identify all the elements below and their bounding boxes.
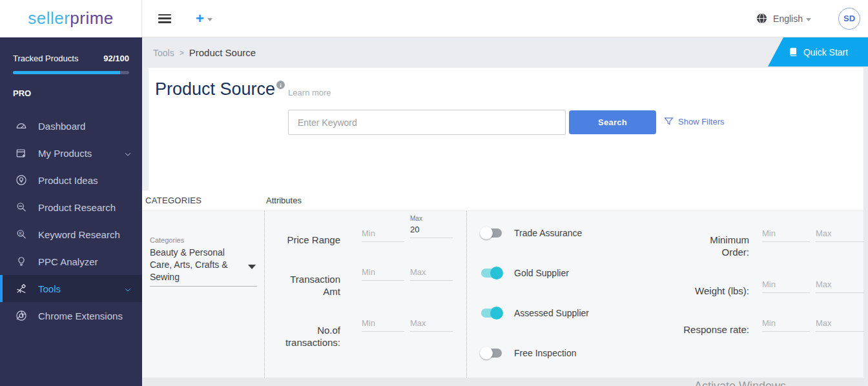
- sidebar: sellerprime Tracked Products 92/100 PRO …: [0, 0, 142, 386]
- logo-text: sellerprime: [28, 8, 114, 28]
- activate-windows-watermark: Activate Windows: [694, 380, 786, 386]
- user-avatar[interactable]: SD: [838, 8, 860, 30]
- language-selector[interactable]: English: [756, 12, 811, 25]
- sidebar-item-label: PPC Analyzer: [38, 256, 98, 267]
- sidebar-item-label: Keyword Research: [38, 229, 120, 240]
- top-header: + English SD: [142, 0, 868, 37]
- attributes-header: Attributes: [266, 196, 302, 205]
- tracked-progress-bar: [13, 71, 129, 74]
- quick-start-button[interactable]: Quick Start: [768, 37, 868, 66]
- gold-supplier-toggle[interactable]: [480, 267, 503, 279]
- package-icon: [14, 146, 28, 160]
- categories-selected-value: Beauty & Personal Care, Arts, Crafts & S…: [150, 247, 248, 283]
- response-rate-max-field: [816, 317, 863, 332]
- sidebar-item-label: Product Research: [38, 202, 116, 213]
- bulb-icon: [14, 254, 28, 269]
- sidebar-item-label: Chrome Extensions: [38, 310, 123, 321]
- minimum-order-max-field: [816, 227, 863, 242]
- price-range-min-input[interactable]: [362, 227, 404, 242]
- breadcrumb-current: Product Source: [189, 47, 256, 58]
- transaction-amt-label: Transaction Amt: [282, 273, 340, 298]
- trade-assurance-toggle[interactable]: [480, 227, 503, 239]
- sidebar-item-label: Dashboard: [38, 121, 85, 132]
- tools-icon: [14, 281, 28, 296]
- show-filters-link[interactable]: Show Filters: [664, 117, 725, 127]
- chevron-down-icon: [124, 149, 132, 157]
- tracked-products-count: 92/100: [103, 54, 129, 63]
- keyword-search-input[interactable]: [288, 110, 566, 135]
- categories-select[interactable]: Beauty & Personal Care, Arts, Crafts & S…: [150, 247, 257, 287]
- scrollbar-track[interactable]: [863, 66, 868, 386]
- search-card: Product Source Learn more Search Show Fi…: [149, 68, 868, 190]
- supplier-toggles-panel: Trade Assurance Gold Supplier Assessed S…: [467, 211, 652, 378]
- categories-panel: Categories Beauty & Personal Care, Arts,…: [142, 211, 265, 378]
- sidebar-item-label: My Products: [38, 148, 92, 159]
- idea-icon: [14, 173, 28, 187]
- assessed-supplier-label: Assessed Supplier: [514, 308, 589, 318]
- plus-icon: +: [196, 12, 204, 26]
- tracked-progress-fill: [13, 71, 120, 74]
- minimum-order-min-input[interactable]: [762, 227, 810, 242]
- dashboard-icon: [14, 119, 28, 133]
- transaction-amt-max-field: [410, 266, 453, 281]
- categories-header: CATEGORIES: [145, 196, 202, 205]
- max-float-label: Max: [410, 215, 453, 222]
- book-icon: [788, 47, 798, 57]
- weight-label: Weight (lbs):: [682, 285, 749, 297]
- sidebar-item-dashboard[interactable]: Dashboard: [0, 112, 142, 139]
- weight-min-input[interactable]: [762, 278, 810, 293]
- show-filters-label: Show Filters: [678, 117, 725, 127]
- minimum-order-max-input[interactable]: [816, 227, 863, 242]
- transaction-amt-min-field: [362, 266, 404, 281]
- caret-down-icon: [806, 18, 811, 21]
- price-range-min-field: [362, 227, 404, 242]
- select-underline: [150, 286, 257, 287]
- no-of-transactions-max-input[interactable]: [410, 317, 453, 332]
- sidebar-item-product-ideas[interactable]: Product Ideas: [0, 167, 142, 194]
- response-rate-max-input[interactable]: [816, 317, 863, 332]
- response-rate-min-input[interactable]: [762, 317, 810, 332]
- price-range-max-field: Max: [410, 215, 453, 238]
- sidebar-item-product-research[interactable]: Product Research: [0, 194, 142, 221]
- plan-badge: PRO: [13, 88, 129, 98]
- response-rate-min-field: [762, 317, 810, 332]
- transaction-amt-max-input[interactable]: [410, 266, 453, 281]
- categories-field-label: Categories: [150, 236, 184, 244]
- svg-text:K: K: [19, 231, 23, 236]
- tracked-products-widget: Tracked Products 92/100 PRO: [0, 37, 142, 98]
- info-icon[interactable]: [276, 81, 285, 89]
- search-button[interactable]: Search: [569, 110, 656, 134]
- weight-max-input[interactable]: [816, 278, 863, 293]
- learn-more-link[interactable]: Learn more: [288, 88, 331, 99]
- caret-down-icon: [207, 18, 212, 21]
- tracked-products-label: Tracked Products: [13, 54, 78, 63]
- price-range-max-input[interactable]: [410, 223, 453, 238]
- free-inspection-toggle[interactable]: [480, 347, 503, 360]
- weight-min-field: [762, 278, 810, 293]
- add-menu-button[interactable]: +: [196, 12, 212, 26]
- no-of-transactions-min-input[interactable]: [362, 317, 404, 332]
- assessed-supplier-toggle[interactable]: [480, 307, 503, 320]
- breadcrumb-parent[interactable]: Tools: [153, 48, 174, 58]
- filters-section: CATEGORIES Attributes Categories Beauty …: [142, 190, 868, 378]
- hamburger-menu-icon[interactable]: [158, 14, 171, 23]
- funnel-icon: [664, 117, 674, 127]
- sidebar-item-keyword-research[interactable]: K Keyword Research: [0, 221, 142, 248]
- sidebar-item-my-products[interactable]: My Products: [0, 139, 142, 167]
- sidebar-item-tools[interactable]: Tools: [0, 275, 142, 302]
- response-rate-label: Response rate:: [682, 323, 749, 336]
- keyword-magnifier-icon: K: [14, 227, 28, 241]
- select-caret-icon: [248, 265, 256, 269]
- app-window: sellerprime Tracked Products 92/100 PRO …: [0, 0, 868, 386]
- sidebar-nav: Dashboard My Products Product Ideas Pr: [0, 112, 142, 329]
- supplier-ranges-panel: Minimum Order: Weight (lbs): Response: [652, 211, 868, 378]
- chrome-icon: [14, 309, 28, 323]
- price-range-label: Price Range: [282, 234, 340, 246]
- sidebar-item-label: Tools: [38, 283, 61, 294]
- transaction-amt-min-input[interactable]: [362, 266, 404, 281]
- logo[interactable]: sellerprime: [0, 0, 142, 37]
- attributes-ranges-panel: Price Range Max Transaction Amt: [265, 211, 467, 378]
- sidebar-item-ppc-analyzer[interactable]: PPC Analyzer: [0, 248, 142, 275]
- sidebar-item-chrome-extensions[interactable]: Chrome Extensions: [0, 302, 142, 329]
- language-label: English: [773, 14, 803, 24]
